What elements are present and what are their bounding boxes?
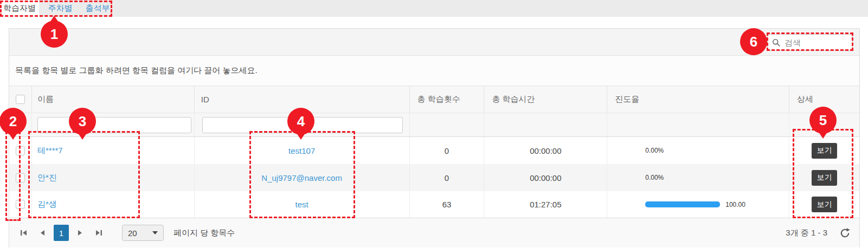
progress-value: 0.00% <box>645 147 664 154</box>
row-checkbox[interactable] <box>16 200 25 209</box>
annotation-badge-1: 1 <box>41 21 68 48</box>
view-detail-button[interactable]: 보기 <box>812 143 837 159</box>
next-page-button[interactable] <box>74 225 86 241</box>
annotation-badge-3: 3 <box>69 108 96 135</box>
tab-by-learner[interactable]: 학습자별 <box>0 0 39 17</box>
page-size-dropdown[interactable]: 20 <box>122 225 164 241</box>
annotation-badge-2: 2 <box>0 108 27 135</box>
learner-name-link[interactable]: 테****7 <box>37 146 63 156</box>
tab-attendance-book[interactable]: 출석부 <box>81 0 114 17</box>
learner-grid-panel: 목록을 항목 별로 그룹화 하려면 항목 컬럼을 여기다 끌어 놓으세요. 이름… <box>9 28 860 247</box>
column-header-name[interactable]: 이름 <box>32 86 195 113</box>
table-row: 테****7 test107 0 00:00:00 0.00% 보기 <box>9 137 859 164</box>
annotation-badge-5: 5 <box>809 107 837 134</box>
search-box[interactable] <box>767 34 853 51</box>
view-detail-button[interactable]: 보기 <box>812 197 837 212</box>
learner-id-link[interactable]: test <box>295 200 308 209</box>
progress-value: 0.00% <box>645 174 664 181</box>
row-checkbox[interactable] <box>16 173 25 182</box>
select-all-checkbox[interactable] <box>16 95 25 104</box>
column-header-total-count[interactable]: 총 학습횟수 <box>410 86 485 113</box>
learner-name-link[interactable]: 김*생 <box>37 199 57 210</box>
annotation-badge-6: 6 <box>740 28 767 55</box>
filter-row <box>9 113 859 137</box>
total-count-value: 0 <box>410 137 485 164</box>
view-detail-button[interactable]: 보기 <box>812 170 837 186</box>
refresh-button[interactable] <box>839 227 851 239</box>
total-time-value: 01:27:05 <box>484 191 607 218</box>
row-checkbox[interactable] <box>16 146 25 155</box>
previous-page-button[interactable] <box>36 225 48 241</box>
tab-strip: 학습자별 주차별 출석부 <box>0 0 868 17</box>
name-filter-input[interactable] <box>37 117 191 133</box>
annotation-badge-4: 4 <box>287 108 314 135</box>
last-page-button[interactable] <box>93 225 105 241</box>
first-page-button[interactable] <box>18 225 30 241</box>
column-header-total-time[interactable]: 총 학습시간 <box>484 86 607 113</box>
total-count-value: 0 <box>410 164 485 191</box>
table-header-row: 이름 ID 총 학습횟수 총 학습시간 진도율 상세 <box>9 86 859 113</box>
total-count-value: 63 <box>410 191 485 218</box>
group-by-hint-text: 목록을 항목 별로 그룹화 하려면 항목 컬럼을 여기다 끌어 놓으세요. <box>15 66 258 76</box>
chevron-down-icon <box>152 231 158 234</box>
progress-bar <box>645 201 720 207</box>
refresh-icon <box>839 227 851 239</box>
page-size-value: 20 <box>128 229 137 238</box>
items-per-page-label: 페이지 당 항목수 <box>173 228 235 238</box>
search-input[interactable] <box>785 38 847 47</box>
learner-name-link[interactable]: 안*진 <box>37 173 57 183</box>
grid-pager: 1 20 페이지 당 항목수 3개 중 1 - 3 <box>9 218 859 247</box>
tab-by-week[interactable]: 주차별 <box>39 0 81 17</box>
table-row: 김*생 test 63 01:27:05 100.00 보기 <box>9 191 859 218</box>
learner-id-link[interactable]: test107 <box>288 146 315 155</box>
grid-toolbar <box>9 29 859 56</box>
learner-id-link[interactable]: N_uj9797@naver.com <box>261 173 342 182</box>
progress-value: 100.00 <box>725 201 745 208</box>
column-header-progress[interactable]: 진도율 <box>607 86 789 113</box>
table-row: 안*진 N_uj9797@naver.com 0 00:00:00 0.00% … <box>9 164 859 191</box>
search-icon <box>772 38 781 47</box>
page-number-button[interactable]: 1 <box>54 225 69 241</box>
total-time-value: 00:00:00 <box>484 137 607 164</box>
item-range-label: 3개 중 1 - 3 <box>786 228 827 238</box>
group-by-drop-zone[interactable]: 목록을 항목 별로 그룹화 하려면 항목 컬럼을 여기다 끌어 놓으세요. <box>9 56 859 86</box>
total-time-value: 00:00:00 <box>484 164 607 191</box>
